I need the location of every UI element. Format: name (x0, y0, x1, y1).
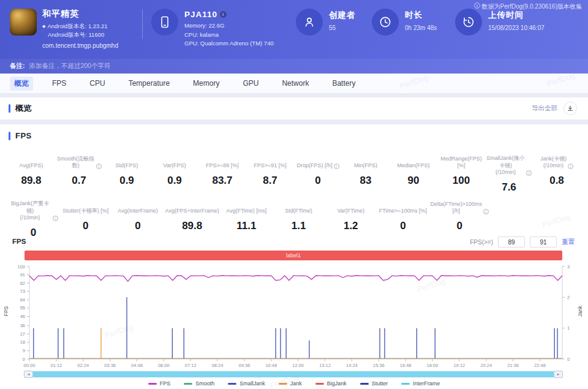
svg-text:73: 73 (20, 289, 25, 294)
svg-text:16:48: 16:48 (400, 363, 412, 368)
stat-Avg: Avg(FTime) [ms]11.1 (221, 200, 273, 239)
overview-section-card: 概览 导出全部 (0, 97, 588, 119)
scrollbar-right-handle[interactable]: ▸ (554, 371, 563, 378)
legend-item-BigJank[interactable]: BigJank (315, 380, 347, 387)
tab-Network[interactable]: Network (277, 77, 313, 89)
legend-item-Jank[interactable]: Jank (279, 380, 302, 387)
svg-text:9: 9 (23, 348, 25, 353)
app-package: com.tencent.tmgp.pubgmhd (42, 42, 118, 49)
tab-Temperature[interactable]: Temperature (124, 77, 174, 89)
svg-text:64: 64 (20, 297, 25, 303)
chart-range-band[interactable]: label1 (24, 251, 562, 260)
legend-swatch (360, 383, 369, 385)
stat-info-icon[interactable]: i (53, 216, 58, 221)
stat-value: 0.8 (534, 175, 579, 187)
stat-Std: Std(FTime)1.1 (273, 200, 325, 239)
fps-chart[interactable]: 09182736465564738291100012300:0001:1202:… (0, 263, 588, 369)
stat-value: 89.8 (165, 220, 219, 232)
svg-text:36: 36 (20, 323, 25, 328)
svg-text:21:36: 21:36 (507, 363, 519, 368)
legend-swatch (148, 383, 157, 385)
stat-value: 7.6 (486, 181, 532, 194)
stat-FPS: FPS>=89 [%]83.7 (198, 155, 246, 194)
svg-text:2: 2 (567, 295, 570, 300)
device-info-icon[interactable]: i (220, 11, 227, 18)
stat-label: Std(FPS) (115, 162, 138, 170)
stat-Var: Var(FTime)1.2 (325, 200, 377, 239)
watermark: PerfDog (546, 70, 576, 88)
legend-item-Stutter[interactable]: Stutter (360, 380, 388, 387)
stat-value: 0 (378, 220, 428, 232)
report-header: 和平精英 ◆Android版本名: 1.23.21 Android版本号: 11… (0, 0, 588, 74)
stat-value: 83 (343, 175, 388, 187)
tab-概览[interactable]: 概览 (10, 77, 33, 91)
tab-Memory[interactable]: Memory (189, 77, 224, 89)
stat-info-icon[interactable]: i (483, 209, 489, 214)
duration-block: 时长 0h 23m 48s (372, 9, 455, 36)
fps-threshold-high-input[interactable] (530, 236, 557, 247)
svg-text:18: 18 (20, 339, 25, 345)
threshold-reset-link[interactable]: 重置 (562, 238, 575, 246)
legend-item-Smooth[interactable]: Smooth (184, 380, 214, 387)
stat-Delta: Delta(FTime)>100ms [/h]i0 (429, 200, 490, 239)
stat-value: 1.1 (274, 220, 323, 232)
stat-BigJank: BigJank(严重卡顿) (/10min)i0 (7, 200, 59, 239)
stat-label: FPS>=91 [%] (254, 162, 287, 170)
legend-swatch (315, 383, 324, 385)
export-button[interactable] (564, 102, 577, 115)
stat-label: Var(FPS) (164, 162, 186, 170)
stat-info-icon[interactable]: i (568, 164, 573, 169)
info-icon: i (474, 2, 480, 9)
app-info-block: 和平精英 ◆Android版本名: 1.23.21 Android版本号: 11… (10, 9, 142, 49)
stat-value: 0 (295, 175, 341, 187)
svg-text:13:12: 13:12 (319, 363, 331, 368)
stat-Drop: Drop(FPS) [/h]i0 (294, 155, 342, 194)
legend-label: BigJank (327, 380, 347, 387)
chart-horizontal-scrollbar[interactable]: ◂ ▸ (24, 371, 562, 377)
svg-text:04:48: 04:48 (131, 363, 143, 368)
app-name: 和平精英 (42, 9, 118, 20)
device-memory: Memory: 22.6G (184, 22, 224, 29)
legend-item-FPS[interactable]: FPS (148, 380, 171, 387)
stat-info-icon[interactable]: i (526, 170, 532, 176)
duration-value: 0h 23m 48s (405, 25, 437, 31)
stat-value: 90 (391, 175, 436, 187)
svg-text:00:00: 00:00 (24, 363, 36, 368)
stat-value: 0 (431, 220, 489, 232)
stat-info-icon[interactable]: i (334, 164, 339, 169)
stat-label: Var(FTime) (337, 208, 364, 215)
fps-threshold-label: FPS(>=) (470, 239, 493, 246)
person-icon (296, 9, 323, 36)
fps-stats-row-1: Avg(FPS)89.8Smooth(流畅指数)i0.7Std(FPS)0.9V… (7, 155, 581, 194)
tab-GPU[interactable]: GPU (238, 77, 263, 89)
upload-time-block: 上传时间 15/08/2023 10:46:07 (455, 9, 545, 36)
header-divider (142, 10, 143, 39)
phone-icon (151, 9, 178, 36)
note-bar[interactable]: 备注: 添加备注，不超过200个字符 (0, 59, 588, 74)
band-label: label1 (286, 252, 301, 259)
fps-threshold-low-input[interactable] (498, 236, 525, 247)
svg-text:55: 55 (20, 305, 25, 311)
legend-item-InterFrame[interactable]: InterFrame (401, 380, 440, 387)
svg-text:91: 91 (20, 272, 25, 278)
stat-Stutter: Stutter(卡顿率) [%]0 (59, 200, 111, 239)
export-all-link[interactable]: 导出全部 (532, 104, 557, 113)
stat-value: 83.7 (200, 175, 245, 187)
fps-section-title: FPS (15, 131, 32, 140)
legend-item-SmallJank[interactable]: SmallJank (228, 380, 265, 387)
stat-info-icon[interactable]: i (96, 164, 102, 169)
stat-label: Delta(FTime)>100ms [/h] (431, 201, 482, 215)
tab-CPU[interactable]: CPU (85, 77, 109, 89)
svg-text:03:36: 03:36 (104, 363, 116, 368)
section-accent-bar (9, 104, 10, 113)
upload-value: 15/08/2023 10:46:07 (488, 25, 545, 31)
upload-label: 上传时间 (488, 10, 545, 21)
tab-Battery[interactable]: Battery (328, 77, 360, 89)
svg-text:100: 100 (17, 264, 25, 270)
device-name: PJA110 (184, 10, 217, 19)
stat-FTime: FTime>=100ms [%]0 (377, 200, 429, 239)
perfdog-version-note: i 数据为PerfDog(9.0.230616)版本收集 (472, 2, 582, 11)
scrollbar-left-handle[interactable]: ◂ (24, 371, 33, 378)
tab-FPS[interactable]: FPS (48, 77, 70, 89)
overview-section-title: 概览 (15, 103, 32, 114)
